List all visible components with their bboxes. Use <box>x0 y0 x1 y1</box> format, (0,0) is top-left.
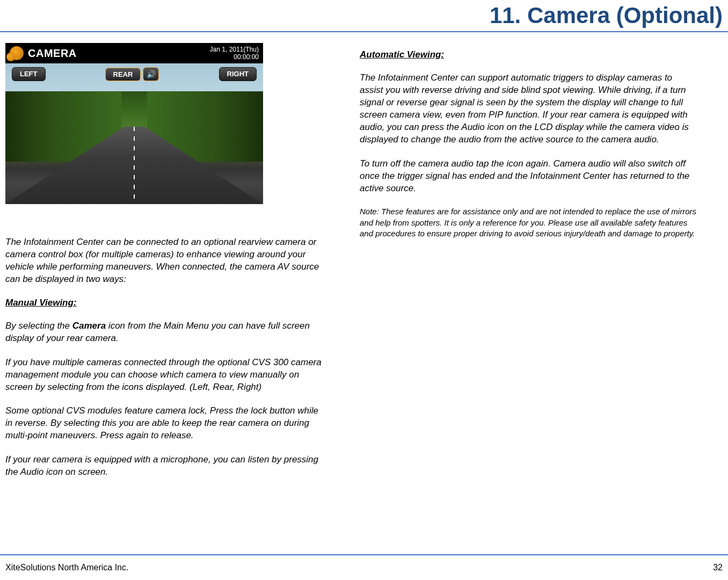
camera-header-label: CAMERA <box>28 47 77 60</box>
camera-rear-button[interactable]: REAR <box>105 68 141 81</box>
camera-bold: Camera <box>72 321 106 331</box>
camera-right-button[interactable]: RIGHT <box>219 67 257 81</box>
camera-video-area: LEFT REAR 🔊 RIGHT <box>5 63 263 204</box>
camera-header: CAMERA Jan 1, 2011(Thu) 00:00:00 <box>5 43 263 63</box>
manual-viewing-heading: Manual Viewing: <box>5 298 322 308</box>
content-area: CAMERA Jan 1, 2011(Thu) 00:00:00 LEFT RE… <box>0 43 728 490</box>
left-column: CAMERA Jan 1, 2011(Thu) 00:00:00 LEFT RE… <box>5 43 322 490</box>
auto-p1: The Infotainment Center can support auto… <box>360 72 698 146</box>
footer-divider <box>0 554 728 555</box>
right-column: Automatic Viewing: The Infotainment Cent… <box>360 43 698 490</box>
camera-audio-button[interactable]: 🔊 <box>143 67 159 81</box>
safety-note: Note: These features are for assistance … <box>360 206 698 239</box>
footer-company: XiteSolutions North America Inc. <box>5 563 128 572</box>
speaker-icon: 🔊 <box>147 70 156 78</box>
intro-paragraph: The Infotainment Center can be connected… <box>5 236 322 286</box>
camera-left-button[interactable]: LEFT <box>12 67 46 81</box>
page-title: 11. Camera (Optional) <box>0 0 728 31</box>
title-divider <box>0 31 728 32</box>
camera-icon <box>10 46 24 60</box>
manual-p4: If your rear camera is equipped with a m… <box>5 454 322 479</box>
camera-screenshot: CAMERA Jan 1, 2011(Thu) 00:00:00 LEFT RE… <box>5 43 263 204</box>
auto-p2: To turn off the camera audio tap the ico… <box>360 158 698 195</box>
automatic-viewing-heading: Automatic Viewing: <box>360 49 698 60</box>
footer: XiteSolutions North America Inc. 32 <box>5 563 723 572</box>
manual-p2: If you have multiple cameras connected t… <box>5 357 322 394</box>
manual-p1: By selecting the Camera icon from the Ma… <box>5 320 322 345</box>
camera-time: 00:00:00 <box>210 53 259 61</box>
camera-date: Jan 1, 2011(Thu) <box>210 46 259 53</box>
manual-p3: Some optional CVS modules feature camera… <box>5 405 322 442</box>
page-number: 32 <box>713 563 723 572</box>
